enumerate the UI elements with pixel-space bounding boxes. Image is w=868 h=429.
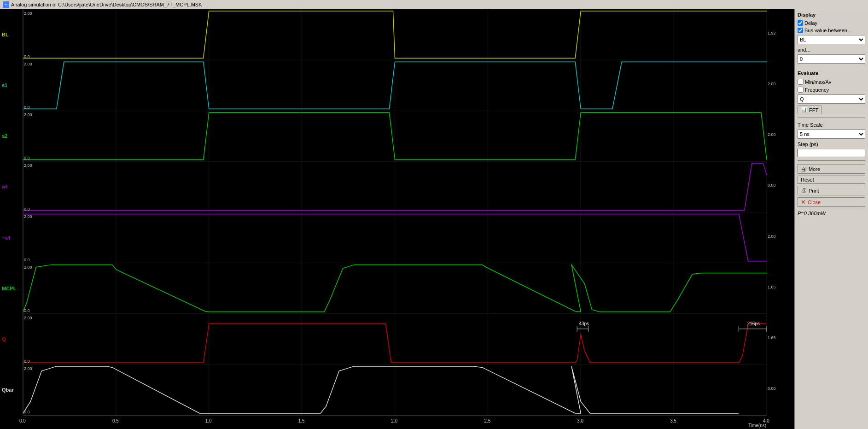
- time-scale-dropdown[interactable]: 5 ns: [798, 129, 865, 139]
- sidebar: Display Delay Bus value between... BL an…: [794, 9, 868, 429]
- q-dropdown[interactable]: Q: [798, 94, 865, 104]
- frequency-checkbox-row: Frequency: [798, 87, 865, 93]
- divider-1: [798, 67, 865, 67]
- step-label: Step (ps): [798, 141, 865, 147]
- main-content: Display Delay Bus value between... BL an…: [0, 9, 868, 429]
- min-max-checkbox-row: Min/max/Av: [798, 79, 865, 85]
- fft-button-wrapper: 📊 FFT: [798, 106, 865, 114]
- title-text: Analog simulation of C:\Users\jjate\OneD…: [11, 2, 202, 7]
- delay-checkbox-row: Delay: [798, 20, 865, 26]
- min-max-label: Min/max/Av: [805, 79, 831, 85]
- title-bar: ~ Analog simulation of C:\Users\jjate\On…: [0, 0, 868, 9]
- and-label: and...: [798, 47, 865, 53]
- reset-label: Reset: [801, 177, 814, 182]
- step-input[interactable]: 0.500: [798, 149, 865, 157]
- close-label: Close: [808, 200, 821, 205]
- waveform-area[interactable]: [0, 9, 794, 429]
- waveform-canvas[interactable]: [0, 9, 794, 429]
- fft-button[interactable]: 📊 FFT: [798, 106, 821, 114]
- fft-label: FFT: [809, 107, 818, 113]
- bus-value-label: Bus value between...: [804, 28, 851, 33]
- delay-label: Delay: [804, 20, 817, 26]
- close-button[interactable]: ✕ Close: [798, 197, 865, 207]
- divider-2: [798, 118, 865, 118]
- print-button[interactable]: 🖨 Print: [798, 186, 865, 195]
- bl-dropdown[interactable]: BL: [798, 35, 865, 44]
- frequency-checkbox[interactable]: [798, 87, 804, 93]
- delay-checkbox[interactable]: [798, 20, 803, 26]
- min-max-checkbox[interactable]: [798, 79, 804, 85]
- divider-3: [798, 160, 865, 161]
- more-label: More: [809, 166, 820, 172]
- evaluate-section-title: Evaluate: [798, 71, 865, 76]
- display-section-title: Display: [798, 12, 865, 18]
- bus-value-checkbox[interactable]: [798, 28, 803, 33]
- frequency-label: Frequency: [805, 87, 829, 93]
- print-icon: 🖨: [801, 187, 807, 194]
- time-scale-label: Time Scale: [798, 122, 865, 128]
- reset-button[interactable]: Reset: [798, 176, 865, 184]
- and-dropdown[interactable]: 0: [798, 54, 865, 64]
- app-icon: ~: [3, 1, 9, 8]
- more-icon: 🖨: [801, 165, 807, 172]
- print-label: Print: [809, 188, 819, 194]
- bus-value-checkbox-row: Bus value between...: [798, 28, 865, 33]
- power-label: P=0.360mW: [798, 211, 865, 216]
- fft-icon: 📊: [801, 107, 807, 113]
- more-button[interactable]: 🖨 More: [798, 164, 865, 174]
- close-icon: ✕: [801, 199, 806, 206]
